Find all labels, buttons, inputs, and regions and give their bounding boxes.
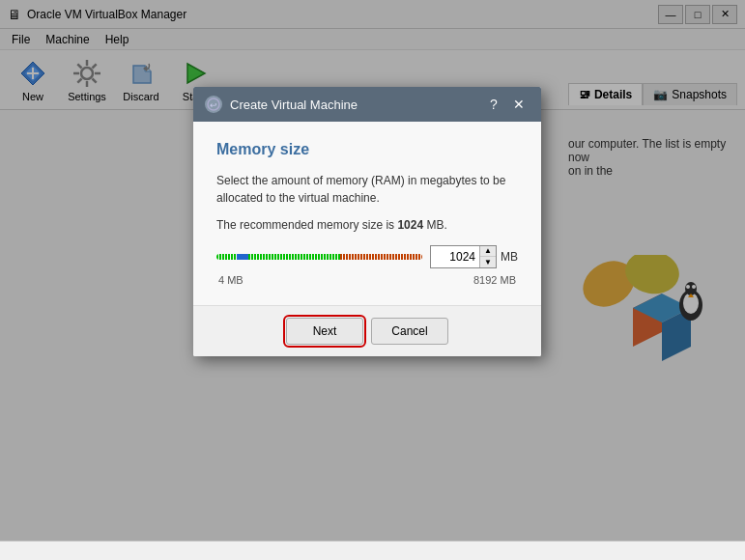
- recommended-text: The recommended memory size is 1024 MB.: [216, 218, 518, 232]
- slider-min-label: 4 MB: [218, 274, 244, 286]
- memory-value-input[interactable]: [431, 246, 479, 267]
- svg-text:↩: ↩: [210, 100, 217, 110]
- slider-max-label: 8192 MB: [473, 274, 516, 286]
- spin-buttons: ▲ ▼: [479, 246, 496, 267]
- slider-track-red: [340, 254, 422, 260]
- dialog-content: Memory size Select the amount of memory …: [193, 122, 541, 305]
- status-bar: [0, 541, 745, 560]
- memory-slider-container: [216, 247, 422, 266]
- dialog-help-button[interactable]: ?: [483, 95, 504, 114]
- dialog-close-button[interactable]: ✕: [508, 95, 530, 114]
- dialog-titlebar: ↩ Create Virtual Machine ? ✕: [193, 87, 541, 122]
- memory-input-wrapper: ▲ ▼: [430, 245, 497, 268]
- slider-thumb[interactable]: [237, 254, 248, 260]
- dialog-title-buttons: ? ✕: [483, 95, 530, 114]
- dialog-icon: ↩: [205, 96, 222, 113]
- memory-desc: Select the amount of memory (RAM) in meg…: [216, 172, 518, 207]
- spin-down-button[interactable]: ▼: [480, 257, 496, 267]
- create-vm-dialog: ↩ Create Virtual Machine ? ✕ Memory size…: [193, 87, 541, 356]
- slider-labels: 4 MB 8192 MB: [216, 274, 518, 286]
- memory-size-title: Memory size: [216, 141, 518, 158]
- slider-area: ▲ ▼ MB: [216, 245, 518, 268]
- slider-track-green: [216, 254, 340, 260]
- dialog-title: Create Virtual Machine: [230, 98, 483, 112]
- memory-unit-label: MB: [501, 250, 518, 264]
- memory-slider-track[interactable]: [216, 254, 422, 260]
- cancel-button[interactable]: Cancel: [371, 318, 448, 345]
- next-button[interactable]: Next: [286, 318, 363, 345]
- spin-up-button[interactable]: ▲: [480, 246, 496, 257]
- dialog-footer: Next Cancel: [193, 305, 541, 356]
- memory-input-area: ▲ ▼ MB: [430, 245, 518, 268]
